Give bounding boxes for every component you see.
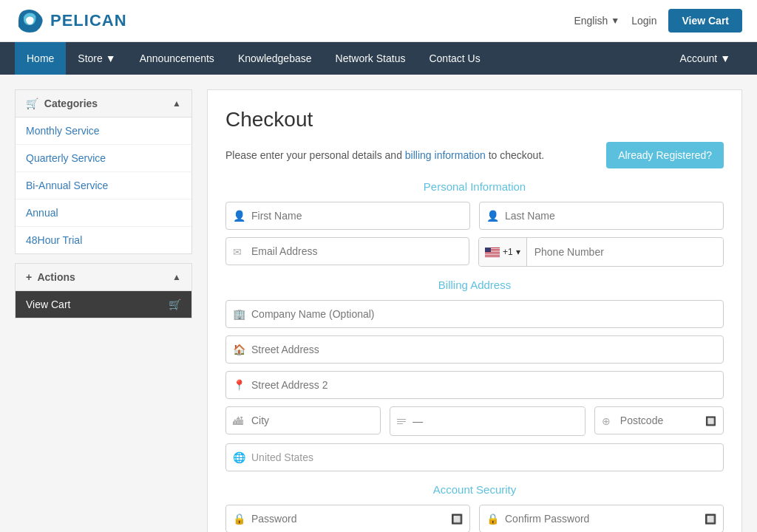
sidebar-item-monthly[interactable]: Monthly Service — [16, 117, 191, 145]
person-icon: 👤 — [233, 210, 245, 222]
login-button[interactable]: Login — [631, 15, 656, 27]
street2-input[interactable] — [225, 371, 724, 399]
street-row: 🏠 — [225, 335, 724, 364]
sidebar-item-48hour[interactable]: 48Hour Trial — [16, 227, 191, 253]
person2-icon: 👤 — [486, 210, 499, 222]
password-input[interactable] — [225, 505, 470, 532]
phone-group: +1 ▾ — [478, 237, 724, 267]
sidebar-item-biannual[interactable]: Bi-Annual Service — [16, 172, 191, 200]
postcode-group: ⊕ 🔲 — [594, 406, 724, 436]
svg-rect-1 — [397, 421, 406, 422]
street-group: 🏠 — [225, 335, 724, 364]
building-icon: 🏢 — [233, 308, 245, 320]
confirm-password-group: 🔒 🔲 — [479, 505, 724, 532]
actions-label: + Actions — [26, 271, 75, 283]
nav-item-network-status[interactable]: Network Status — [324, 42, 418, 75]
logo: PELICAN — [15, 6, 127, 35]
top-bar: PELICAN English ▼ Login View Cart — [0, 0, 757, 42]
email-phone-row: ✉ +1 ▾ — [225, 237, 724, 267]
nav-knowledgebase-label: Knowledgebase — [238, 52, 312, 64]
already-registered-button[interactable]: Already Registered? — [606, 142, 724, 168]
actions-header: + Actions ▲ — [16, 264, 191, 291]
nav-item-announcements[interactable]: Announcements — [128, 42, 226, 75]
nav-home-label: Home — [27, 52, 54, 64]
plus-icon: + — [26, 271, 32, 283]
billing-title: Billing Address — [225, 279, 724, 291]
billing-info-link[interactable]: billing information — [405, 149, 486, 161]
country-group: 🌐 — [225, 443, 724, 471]
last-name-input[interactable] — [479, 202, 724, 230]
confirm-password-eye-icon[interactable]: 🔲 — [705, 514, 716, 525]
street-icon: 🏠 — [233, 344, 245, 355]
state-input[interactable] — [413, 408, 585, 434]
svg-rect-0 — [397, 419, 406, 420]
checkout-desc-text: Please enter your personal details and b… — [225, 149, 544, 161]
street2-row: 📍 — [225, 371, 724, 399]
postcode-extra-icon: 🔲 — [705, 416, 716, 426]
categories-label: 🛒 Categories — [26, 98, 98, 109]
phone-dropdown-icon: ▾ — [516, 247, 520, 257]
sidebar-view-cart-button[interactable]: View Cart 🛒 — [16, 291, 191, 318]
nav-item-store[interactable]: Store ▼ — [66, 42, 127, 75]
first-name-input[interactable] — [225, 202, 470, 230]
country-input[interactable] — [225, 443, 724, 471]
personal-info-title: Personal Information — [225, 180, 724, 193]
city-state-zip-row: 🏙 ⊕ 🔲 — [225, 406, 724, 436]
checkout-description: Please enter your personal details and b… — [225, 142, 724, 168]
street2-group: 📍 — [225, 371, 724, 399]
top-right-actions: English ▼ Login View Cart — [574, 9, 742, 33]
phone-input[interactable] — [527, 239, 723, 265]
nav-account-label: Account — [680, 52, 718, 64]
nav-item-contact-us[interactable]: Contact Us — [417, 42, 492, 75]
store-chevron-icon: ▼ — [106, 52, 116, 64]
sidebar-item-quarterly[interactable]: Quarterly Service — [16, 145, 191, 172]
actions-section: + Actions ▲ View Cart 🛒 — [15, 263, 192, 318]
language-button[interactable]: English ▼ — [574, 15, 619, 27]
categories-header: 🛒 Categories ▲ — [16, 90, 191, 117]
street-input[interactable] — [225, 335, 724, 364]
cart-icon: 🛒 — [169, 299, 181, 310]
company-input[interactable] — [225, 300, 724, 328]
lang-chevron-icon: ▼ — [611, 16, 619, 26]
password-row: 🔒 🔲 🔒 🔲 — [225, 505, 724, 532]
sidebar-item-annual[interactable]: Annual — [16, 200, 191, 227]
cart-small-icon: 🛒 — [26, 98, 38, 109]
country-row: 🌐 — [225, 443, 724, 471]
state-icon — [390, 407, 413, 435]
nav-network-label: Network Status — [336, 52, 406, 64]
nav-item-knowledgebase[interactable]: Knowledgebase — [226, 42, 324, 75]
company-group: 🏢 — [225, 300, 724, 328]
nav-contact-label: Contact Us — [429, 52, 480, 64]
view-cart-top-button[interactable]: View Cart — [668, 9, 742, 33]
categories-collapse-icon[interactable]: ▲ — [172, 98, 181, 109]
confirm-password-input[interactable] — [479, 505, 724, 532]
location-icon: 📍 — [233, 379, 245, 391]
last-name-group: 👤 — [479, 202, 724, 230]
actions-collapse-icon[interactable]: ▲ — [172, 272, 181, 282]
email-icon: ✉ — [233, 246, 242, 258]
city-group: 🏙 — [225, 406, 381, 436]
checkout-content: Checkout Please enter your personal deta… — [207, 89, 742, 532]
email-input[interactable] — [225, 237, 469, 265]
phone-code: +1 — [503, 247, 513, 257]
lock2-icon: 🔒 — [486, 513, 499, 525]
first-name-group: 👤 — [225, 202, 470, 230]
language-label: English — [574, 15, 608, 27]
categories-section: 🛒 Categories ▲ Monthly Service Quarterly… — [15, 89, 192, 254]
main-layout: 🛒 Categories ▲ Monthly Service Quarterly… — [0, 75, 757, 532]
password-group: 🔒 🔲 — [225, 505, 470, 532]
nav-item-account[interactable]: Account ▼ — [668, 42, 742, 75]
us-flag-icon — [485, 248, 500, 257]
name-row: 👤 👤 — [225, 202, 724, 230]
account-chevron-icon: ▼ — [720, 52, 730, 64]
lock-icon: 🔒 — [233, 513, 245, 525]
password-eye-icon[interactable]: 🔲 — [451, 514, 463, 525]
globe-icon: 🌐 — [233, 451, 245, 463]
city-input[interactable] — [225, 406, 381, 434]
sidebar: 🛒 Categories ▲ Monthly Service Quarterly… — [15, 89, 192, 532]
checkout-title: Checkout — [225, 108, 724, 132]
phone-flag-selector[interactable]: +1 ▾ — [479, 238, 527, 266]
postcode-input[interactable] — [594, 406, 724, 434]
nav-item-home[interactable]: Home — [15, 42, 66, 75]
email-group: ✉ — [225, 237, 469, 267]
